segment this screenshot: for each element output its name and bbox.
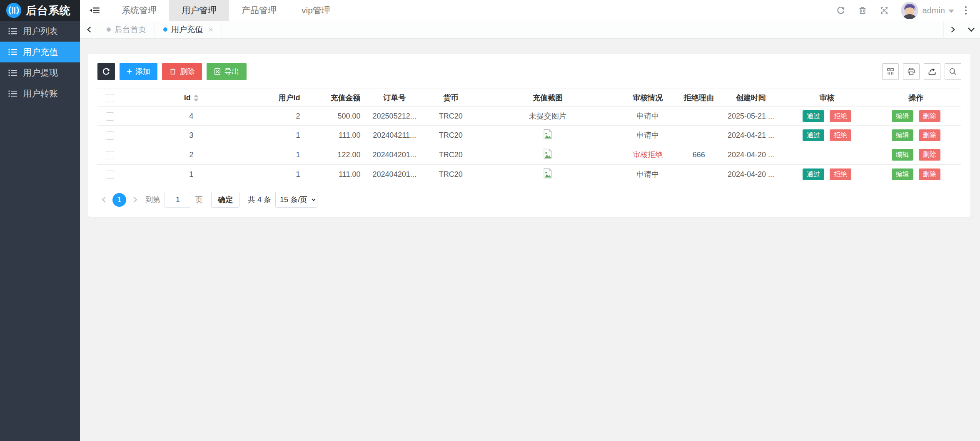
add-button[interactable]: + 添加: [120, 63, 157, 80]
audit-reject-button[interactable]: 拒绝: [830, 129, 851, 141]
row-checkbox[interactable]: [106, 112, 114, 121]
nav-item-label: 用户管理: [182, 5, 217, 16]
broken-image-icon: [544, 129, 552, 139]
confirm-page-button[interactable]: 确定: [211, 192, 239, 208]
tab-bar: 后台首页 用户充值 ×: [80, 21, 980, 39]
cell-order-no: 202404201...: [367, 145, 423, 165]
user-menu-caret-icon[interactable]: [948, 10, 954, 13]
audit-reject-button[interactable]: 拒绝: [830, 110, 851, 122]
edit-button[interactable]: 编辑: [892, 129, 913, 141]
app-title: 后台系统: [26, 3, 71, 18]
sidebar-item-user-recharge[interactable]: 用户充值: [0, 42, 80, 62]
delete-button[interactable]: 删除: [162, 63, 202, 80]
tab-close-icon[interactable]: ×: [208, 25, 213, 34]
export-button-label: 导出: [224, 67, 239, 77]
tabs-scroll-right-button[interactable]: [943, 21, 962, 38]
edit-button[interactable]: 编辑: [892, 149, 913, 161]
tab-user-recharge[interactable]: 用户充值 ×: [155, 21, 222, 38]
row-checkbox[interactable]: [106, 171, 114, 179]
next-page-button[interactable]: [129, 193, 141, 206]
row-checkbox[interactable]: [106, 151, 114, 159]
sidebar-item-user-withdraw[interactable]: 用户提现: [0, 62, 80, 83]
cell-created: 2024-04-20 ...: [718, 165, 783, 184]
edit-button[interactable]: 编辑: [892, 110, 913, 122]
header-id: id: [184, 94, 191, 102]
cell-user-id: 1: [260, 126, 306, 145]
tab-label: 后台首页: [115, 24, 146, 35]
sort-control[interactable]: [194, 94, 199, 102]
cell-id: 4: [122, 107, 260, 126]
trash-icon: [858, 6, 867, 15]
audit-pass-button[interactable]: 通过: [803, 110, 824, 122]
avatar-image: [901, 2, 918, 19]
cell-status: 申请中: [616, 165, 679, 184]
cell-user-id: 2: [260, 107, 306, 126]
total-count-label: 共 4 条: [248, 195, 271, 205]
select-all-checkbox[interactable]: [106, 94, 114, 102]
table-tools: [878, 63, 961, 80]
prev-page-button[interactable]: [97, 193, 110, 206]
delete-row-button[interactable]: 删除: [919, 110, 940, 122]
cell-status: 申请中: [616, 107, 679, 126]
fullscreen-icon: [880, 6, 889, 15]
vertical-dots-icon: [965, 5, 967, 15]
sidebar-item-user-transfer[interactable]: 用户转账: [0, 83, 80, 104]
top-navbar: 系统管理 用户管理 产品管理 vip管理: [80, 0, 980, 21]
cell-created: 2024-04-21 ...: [718, 126, 783, 145]
audit-buttons: 通过 拒绝: [801, 111, 853, 120]
broken-image-icon: [544, 168, 552, 178]
audit-pass-button[interactable]: 通过: [803, 168, 824, 180]
sidebar-item-label: 用户转账: [23, 88, 58, 99]
header-audit: 审核: [783, 89, 871, 107]
sidebar-item-user-list[interactable]: 用户列表: [0, 21, 80, 42]
per-page-select[interactable]: 15 条/页: [275, 192, 317, 208]
cell-audit: 通过 拒绝: [783, 126, 871, 145]
trash-icon: [169, 68, 177, 75]
export-data-button[interactable]: [924, 63, 940, 80]
nav-item-system[interactable]: 系统管理: [109, 0, 169, 21]
sidebar-toggle-button[interactable]: [80, 0, 109, 21]
screenshot-thumbnail[interactable]: [544, 168, 552, 181]
header-user-id: 用户id: [260, 89, 306, 107]
cell-reason: [679, 126, 718, 145]
refresh-button[interactable]: [830, 0, 852, 21]
delete-row-button[interactable]: 删除: [919, 168, 940, 180]
clear-cache-button[interactable]: [852, 0, 873, 21]
audit-reject-button[interactable]: 拒绝: [830, 168, 851, 180]
screenshot-text: 未提交图片: [529, 112, 566, 120]
export-button[interactable]: 导出: [207, 63, 247, 80]
tabs-menu-button[interactable]: [962, 21, 980, 38]
tabs-scroll-left-button[interactable]: [80, 21, 98, 38]
chevron-right-icon: [132, 196, 138, 203]
fullscreen-button[interactable]: [873, 0, 895, 21]
print-button[interactable]: [903, 63, 920, 80]
username[interactable]: admin: [923, 6, 945, 15]
row-checkbox[interactable]: [106, 131, 114, 140]
nav-item-vip[interactable]: vip管理: [289, 0, 343, 21]
export-file-icon: [214, 68, 221, 75]
screenshot-thumbnail[interactable]: [544, 149, 552, 161]
screenshot-thumbnail[interactable]: [544, 129, 552, 141]
delete-row-button[interactable]: 删除: [919, 149, 940, 161]
cell-order-no: 202404201...: [367, 165, 423, 184]
audit-pass-button[interactable]: 通过: [803, 129, 824, 141]
list-icon: [8, 90, 17, 97]
cell-currency: TRC20: [423, 145, 479, 165]
avatar[interactable]: [901, 2, 918, 19]
nav-item-user[interactable]: 用户管理: [169, 0, 229, 21]
cell-id: 1: [122, 165, 260, 184]
more-menu-button[interactable]: [958, 0, 974, 21]
delete-row-button[interactable]: 删除: [919, 129, 940, 141]
nav-item-product[interactable]: 产品管理: [229, 0, 289, 21]
logo-icon: [6, 2, 22, 18]
tab-bar-controls: [943, 21, 980, 38]
page-input[interactable]: [165, 192, 191, 208]
search-button[interactable]: [945, 63, 961, 80]
pagination: 1 到第 页 确定 共 4 条 15 条/页: [97, 192, 961, 208]
refresh-table-button[interactable]: [97, 63, 115, 80]
edit-button[interactable]: 编辑: [892, 168, 913, 180]
filter-columns-button[interactable]: [882, 63, 899, 80]
header-status: 审核情况: [616, 89, 679, 107]
page-number-current[interactable]: 1: [112, 193, 126, 207]
tab-home[interactable]: 后台首页: [98, 21, 155, 38]
